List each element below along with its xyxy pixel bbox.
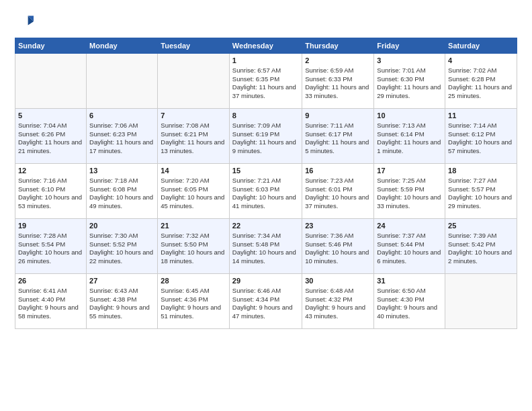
day-info: Sunrise: 6:43 AM Sunset: 4:38 PM Dayligh… (89, 287, 154, 321)
day-info: Sunrise: 7:25 AM Sunset: 5:59 PM Dayligh… (377, 177, 442, 211)
day-info: Sunrise: 7:34 AM Sunset: 5:48 PM Dayligh… (232, 232, 299, 266)
calendar-cell: 10Sunrise: 7:13 AM Sunset: 6:14 PM Dayli… (374, 109, 445, 164)
calendar-cell: 8Sunrise: 7:09 AM Sunset: 6:19 PM Daylig… (229, 109, 302, 164)
calendar-cell (158, 54, 230, 109)
day-info: Sunrise: 7:13 AM Sunset: 6:14 PM Dayligh… (377, 122, 442, 156)
day-info: Sunrise: 7:01 AM Sunset: 6:30 PM Dayligh… (377, 66, 442, 101)
calendar-cell: 28Sunrise: 6:45 AM Sunset: 4:36 PM Dayli… (158, 274, 230, 329)
calendar-cell: 15Sunrise: 7:21 AM Sunset: 6:03 PM Dayli… (229, 164, 302, 219)
calendar-cell: 5Sunrise: 7:04 AM Sunset: 6:26 PM Daylig… (15, 109, 87, 164)
day-info: Sunrise: 7:18 AM Sunset: 6:08 PM Dayligh… (89, 177, 154, 211)
calendar-cell: 14Sunrise: 7:20 AM Sunset: 6:05 PM Dayli… (158, 164, 230, 219)
day-info: Sunrise: 6:59 AM Sunset: 6:33 PM Dayligh… (305, 66, 371, 101)
calendar-cell: 18Sunrise: 7:27 AM Sunset: 5:57 PM Dayli… (445, 164, 517, 219)
day-info: Sunrise: 7:09 AM Sunset: 6:19 PM Dayligh… (232, 122, 299, 156)
calendar-cell: 19Sunrise: 7:28 AM Sunset: 5:54 PM Dayli… (15, 219, 87, 274)
day-info: Sunrise: 7:30 AM Sunset: 5:52 PM Dayligh… (89, 232, 154, 266)
day-number: 5 (18, 111, 83, 121)
day-number: 18 (448, 166, 514, 176)
calendar-cell: 7Sunrise: 7:08 AM Sunset: 6:21 PM Daylig… (158, 109, 230, 164)
day-number: 4 (448, 56, 514, 66)
svg-rect-3 (15, 12, 28, 31)
day-number: 16 (305, 166, 371, 176)
calendar-table: SundayMondayTuesdayWednesdayThursdayFrid… (15, 38, 517, 329)
page: SundayMondayTuesdayWednesdayThursdayFrid… (0, 0, 532, 411)
day-number: 28 (161, 276, 226, 286)
day-number: 29 (232, 276, 299, 286)
calendar-cell: 1Sunrise: 6:57 AM Sunset: 6:35 PM Daylig… (229, 54, 302, 109)
weekday-header-tuesday: Tuesday (158, 38, 230, 54)
calendar-cell: 21Sunrise: 7:32 AM Sunset: 5:50 PM Dayli… (158, 219, 230, 274)
calendar-cell: 23Sunrise: 7:36 AM Sunset: 5:46 PM Dayli… (302, 219, 374, 274)
day-info: Sunrise: 7:20 AM Sunset: 6:05 PM Dayligh… (161, 177, 226, 211)
day-info: Sunrise: 7:23 AM Sunset: 6:01 PM Dayligh… (305, 177, 371, 211)
day-info: Sunrise: 7:02 AM Sunset: 6:28 PM Dayligh… (448, 66, 514, 101)
day-number: 6 (89, 111, 154, 121)
calendar-cell: 31Sunrise: 6:50 AM Sunset: 4:30 PM Dayli… (374, 274, 445, 329)
calendar-cell: 30Sunrise: 6:48 AM Sunset: 4:32 PM Dayli… (302, 274, 374, 329)
day-number: 8 (232, 111, 299, 121)
day-number: 10 (377, 111, 442, 121)
day-number: 21 (161, 221, 226, 231)
day-number: 17 (377, 166, 442, 176)
calendar-cell: 12Sunrise: 7:16 AM Sunset: 6:10 PM Dayli… (15, 164, 87, 219)
weekday-header-friday: Friday (374, 38, 445, 54)
calendar-cell: 24Sunrise: 7:37 AM Sunset: 5:44 PM Dayli… (374, 219, 445, 274)
calendar-cell: 26Sunrise: 6:41 AM Sunset: 4:40 PM Dayli… (15, 274, 87, 329)
day-info: Sunrise: 6:57 AM Sunset: 6:35 PM Dayligh… (232, 66, 299, 101)
logo-icon (15, 12, 34, 31)
day-number: 9 (305, 111, 371, 121)
day-info: Sunrise: 7:11 AM Sunset: 6:17 PM Dayligh… (305, 122, 371, 156)
calendar-cell: 27Sunrise: 6:43 AM Sunset: 4:38 PM Dayli… (87, 274, 158, 329)
calendar-cell (87, 54, 158, 109)
day-info: Sunrise: 7:06 AM Sunset: 6:23 PM Dayligh… (89, 122, 154, 156)
day-info: Sunrise: 7:28 AM Sunset: 5:54 PM Dayligh… (18, 232, 83, 266)
calendar-cell: 13Sunrise: 7:18 AM Sunset: 6:08 PM Dayli… (87, 164, 158, 219)
calendar-cell (15, 54, 87, 109)
day-info: Sunrise: 6:46 AM Sunset: 4:34 PM Dayligh… (232, 287, 299, 321)
day-info: Sunrise: 7:32 AM Sunset: 5:50 PM Dayligh… (161, 232, 226, 266)
day-info: Sunrise: 7:08 AM Sunset: 6:21 PM Dayligh… (161, 122, 226, 156)
day-number: 7 (161, 111, 226, 121)
day-number: 20 (89, 221, 154, 231)
day-number: 24 (377, 221, 442, 231)
day-info: Sunrise: 7:21 AM Sunset: 6:03 PM Dayligh… (232, 177, 299, 211)
day-info: Sunrise: 7:36 AM Sunset: 5:46 PM Dayligh… (305, 232, 371, 266)
day-info: Sunrise: 7:16 AM Sunset: 6:10 PM Dayligh… (18, 177, 83, 211)
calendar-cell: 17Sunrise: 7:25 AM Sunset: 5:59 PM Dayli… (374, 164, 445, 219)
day-number: 14 (161, 166, 226, 176)
day-info: Sunrise: 7:27 AM Sunset: 5:57 PM Dayligh… (448, 177, 514, 211)
calendar-cell: 6Sunrise: 7:06 AM Sunset: 6:23 PM Daylig… (87, 109, 158, 164)
day-number: 3 (377, 56, 442, 66)
day-info: Sunrise: 6:41 AM Sunset: 4:40 PM Dayligh… (18, 287, 83, 321)
calendar-cell: 25Sunrise: 7:39 AM Sunset: 5:42 PM Dayli… (445, 219, 517, 274)
day-number: 22 (232, 221, 299, 231)
day-number: 15 (232, 166, 299, 176)
day-number: 31 (377, 276, 442, 286)
weekday-header-wednesday: Wednesday (229, 38, 302, 54)
day-number: 12 (18, 166, 83, 176)
calendar-cell: 22Sunrise: 7:34 AM Sunset: 5:48 PM Dayli… (229, 219, 302, 274)
day-info: Sunrise: 7:04 AM Sunset: 6:26 PM Dayligh… (18, 122, 83, 156)
day-number: 2 (305, 56, 371, 66)
day-number: 1 (232, 56, 299, 66)
day-number: 19 (18, 221, 83, 231)
calendar-cell: 20Sunrise: 7:30 AM Sunset: 5:52 PM Dayli… (87, 219, 158, 274)
calendar-cell: 29Sunrise: 6:46 AM Sunset: 4:34 PM Dayli… (229, 274, 302, 329)
weekday-header-thursday: Thursday (302, 38, 374, 54)
day-info: Sunrise: 6:48 AM Sunset: 4:32 PM Dayligh… (305, 287, 371, 321)
weekday-header-saturday: Saturday (445, 38, 517, 54)
calendar-cell: 9Sunrise: 7:11 AM Sunset: 6:17 PM Daylig… (302, 109, 374, 164)
day-number: 13 (89, 166, 154, 176)
day-number: 23 (305, 221, 371, 231)
calendar-cell: 4Sunrise: 7:02 AM Sunset: 6:28 PM Daylig… (445, 54, 517, 109)
day-info: Sunrise: 6:45 AM Sunset: 4:36 PM Dayligh… (161, 287, 226, 321)
day-info: Sunrise: 7:37 AM Sunset: 5:44 PM Dayligh… (377, 232, 442, 266)
calendar-cell (445, 274, 517, 329)
day-info: Sunrise: 7:39 AM Sunset: 5:42 PM Dayligh… (448, 232, 514, 266)
day-number: 27 (89, 276, 154, 286)
day-number: 25 (448, 221, 514, 231)
calendar-cell: 2Sunrise: 6:59 AM Sunset: 6:33 PM Daylig… (302, 54, 374, 109)
day-number: 30 (305, 276, 371, 286)
day-info: Sunrise: 6:50 AM Sunset: 4:30 PM Dayligh… (377, 287, 442, 321)
